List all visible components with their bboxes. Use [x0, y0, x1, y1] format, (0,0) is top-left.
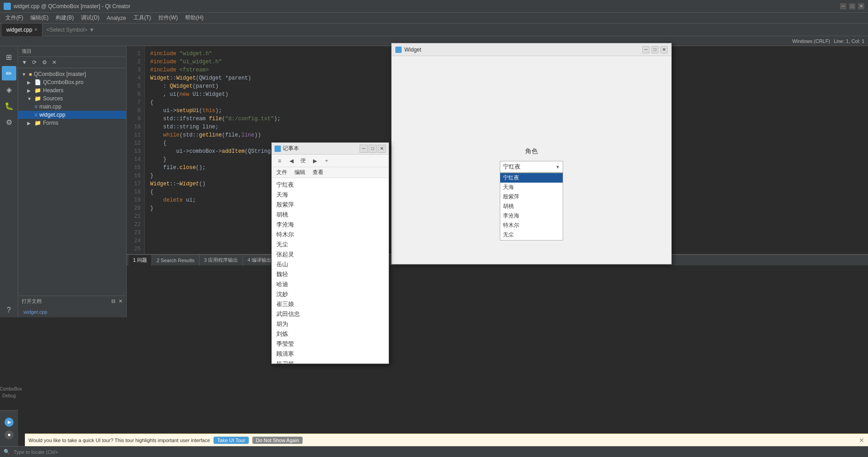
- menu-analyze[interactable]: Analyze: [103, 14, 130, 22]
- notepad-line-13[interactable]: 武田信忠: [275, 309, 385, 319]
- tab-app-output[interactable]: 3 应用程序输出: [199, 255, 243, 266]
- tree-widget-cpp[interactable]: ≡ widget.cpp: [18, 111, 126, 119]
- combo-item-0[interactable]: 宁红夜: [500, 173, 563, 183]
- combo-item-7[interactable]: 张起灵: [500, 240, 563, 240]
- notepad-line-6[interactable]: 无尘: [275, 240, 385, 250]
- notepad-line-12[interactable]: 崔三娘: [275, 299, 385, 309]
- toolbar-debug[interactable]: 🐛: [2, 99, 16, 113]
- notepad-minimize-btn[interactable]: ─: [360, 145, 368, 153]
- tab-app-output-label: 3 应用程序输出: [204, 257, 238, 264]
- help-icon: ?: [7, 306, 11, 314]
- symbol-selector[interactable]: <Select Symbol> ▼: [46, 27, 95, 33]
- menu-debug[interactable]: 调试(D): [77, 13, 103, 23]
- notepad-line-11[interactable]: 沈妙: [275, 289, 385, 299]
- notepad-line-1[interactable]: 天海: [275, 190, 385, 200]
- stop-button[interactable]: ■: [5, 430, 14, 439]
- minimize-button[interactable]: ─: [840, 3, 846, 9]
- tab-problems[interactable]: 1 问题: [128, 255, 152, 266]
- combo-item-4[interactable]: 李沧海: [500, 211, 563, 221]
- combo-item-1[interactable]: 天海: [500, 183, 563, 192]
- notepad-line-18[interactable]: 妖刀姬: [275, 359, 385, 363]
- menu-build[interactable]: 构建(B): [52, 13, 77, 23]
- notepad-line-10[interactable]: 哈迪: [275, 279, 385, 289]
- combo-item-5[interactable]: 特木尔: [500, 221, 563, 230]
- np-next-btn[interactable]: ▶: [310, 156, 320, 166]
- tree-main-cpp[interactable]: ≡ main.cpp: [18, 103, 126, 111]
- notepad-line-3[interactable]: 胡桃: [275, 210, 385, 220]
- tree-root[interactable]: ▼ ■ QComboBox [master]: [18, 70, 126, 78]
- np-icon-btn[interactable]: ≡: [275, 156, 285, 166]
- tab-search[interactable]: 2 Search Results: [152, 255, 199, 266]
- notepad-line-14[interactable]: 胡为: [275, 319, 385, 329]
- menu-edit[interactable]: 编辑(E): [27, 13, 52, 23]
- notepad-line-5[interactable]: 特木尔: [275, 230, 385, 240]
- maximize-button[interactable]: □: [849, 3, 855, 9]
- tree-headers[interactable]: ▶ 📁 Headers: [18, 86, 126, 94]
- tab-problems-label: 1 问题: [133, 257, 147, 264]
- widget-maximize-btn[interactable]: □: [651, 46, 659, 53]
- notepad-line-9[interactable]: 魏轻: [275, 269, 385, 279]
- search-placeholder[interactable]: Type to locate (Ctrl+: [14, 449, 58, 455]
- notepad-maximize-btn[interactable]: □: [369, 145, 377, 153]
- np-menu-view[interactable]: 查看: [311, 168, 325, 177]
- toolbar-edit[interactable]: ✏: [2, 66, 16, 80]
- run-icon: ▶: [8, 419, 11, 424]
- menu-controls[interactable]: 控件(W): [155, 13, 181, 23]
- do-not-show-button[interactable]: Do Not Show Again: [252, 437, 303, 444]
- welcome-icon: ⊞: [6, 53, 12, 61]
- np-prev-btn[interactable]: ◀: [286, 156, 296, 166]
- sidebar-close-btn[interactable]: ✕: [50, 58, 59, 67]
- tree-forms[interactable]: ▶ 📁 Forms: [18, 119, 126, 127]
- sidebar-title: 项目: [22, 48, 32, 55]
- editor-tab-widget-cpp[interactable]: widget.cpp ✕: [2, 24, 43, 36]
- menu-tools[interactable]: 工具(T): [130, 13, 155, 23]
- open-files-close-icon[interactable]: ✕: [119, 298, 123, 304]
- menu-help[interactable]: 帮助(H): [181, 13, 207, 23]
- run-button[interactable]: ▶: [5, 418, 14, 427]
- notepad-line-2[interactable]: 殷紫萍: [275, 200, 385, 210]
- tour-close-icon[interactable]: ✕: [859, 437, 864, 444]
- sidebar-settings-btn[interactable]: ⚙: [40, 58, 49, 67]
- combobox-dropdown: 宁红夜 天海 殷紫萍 胡桃 李沧海 特木尔 无尘 张起灵 岳山 魏轻: [500, 173, 563, 240]
- notepad-line-15[interactable]: 刘炼: [275, 329, 385, 339]
- sidebar-filter-btn[interactable]: ▼: [20, 58, 29, 67]
- notepad-line-17[interactable]: 顾清寒: [275, 349, 385, 359]
- np-menu-edit[interactable]: 编辑: [293, 168, 307, 177]
- notepad-line-0[interactable]: 宁红夜: [275, 180, 385, 190]
- np-menu-file[interactable]: 文件: [275, 168, 289, 177]
- combo-item-6[interactable]: 无尘: [500, 230, 563, 240]
- combo-item-3[interactable]: 胡桃: [500, 202, 563, 211]
- widget-minimize-btn[interactable]: ─: [642, 46, 650, 53]
- notepad-close-btn[interactable]: ✕: [378, 145, 386, 153]
- notepad-line-7[interactable]: 张起灵: [275, 250, 385, 259]
- widget-close-btn[interactable]: ✕: [660, 46, 668, 53]
- widget-window-controls: ─ □ ✕: [642, 46, 668, 53]
- tab-search-label: 2 Search Results: [157, 258, 194, 263]
- status-bar-bottom: 🔍 Type to locate (Ctrl+: [0, 446, 868, 457]
- take-tour-button[interactable]: Take UI Tour: [213, 437, 249, 444]
- combobox-display[interactable]: 宁红夜 ▼: [500, 161, 563, 173]
- notepad-line-8[interactable]: 岳山: [275, 259, 385, 269]
- np-add-btn[interactable]: ＋: [322, 156, 332, 166]
- toolbar-project[interactable]: ⚙: [2, 115, 16, 129]
- tab-close-icon[interactable]: ✕: [34, 27, 38, 32]
- widget-window-title: Widget: [404, 47, 421, 53]
- np-label-btn[interactable]: 便: [298, 156, 308, 166]
- sidebar-sync-btn[interactable]: ⟳: [30, 58, 39, 67]
- notepad-line-16[interactable]: 季莹莹: [275, 339, 385, 349]
- sidebar-toolbar: ▼ ⟳ ⚙ ✕: [18, 57, 126, 68]
- open-files-settings-icon[interactable]: ⊟: [111, 298, 115, 304]
- tree-sources-label: Sources: [43, 95, 63, 102]
- notepad-line-4[interactable]: 李沧海: [275, 220, 385, 230]
- toolbar-help[interactable]: ?: [2, 303, 16, 317]
- app-icon: [4, 3, 11, 10]
- tree-qcombobox-pro[interactable]: ▶ 📄 QComboBox.pro: [18, 78, 126, 86]
- close-button[interactable]: ✕: [858, 3, 864, 9]
- combo-item-2[interactable]: 殷紫萍: [500, 192, 563, 202]
- encoding-label: Windows (CRLF): [792, 38, 830, 44]
- toolbar-design[interactable]: ◈: [2, 82, 16, 97]
- open-file-widget-cpp[interactable]: widget.cpp: [22, 308, 123, 316]
- tree-sources[interactable]: ▼ 📁 Sources: [18, 94, 126, 103]
- menu-file[interactable]: 文件(F): [2, 13, 27, 23]
- toolbar-welcome[interactable]: ⊞: [2, 50, 16, 64]
